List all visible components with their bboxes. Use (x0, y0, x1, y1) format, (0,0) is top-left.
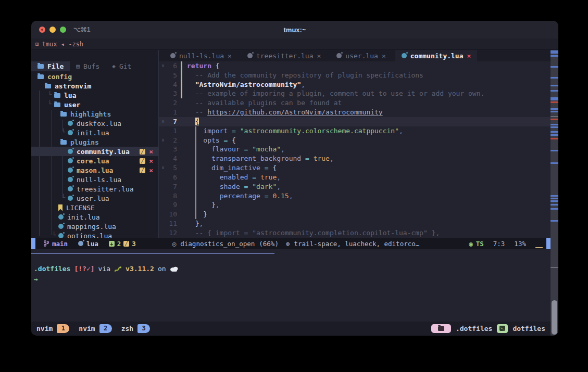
tree-item[interactable]: └user (31, 100, 158, 109)
close-icon[interactable]: × (382, 52, 386, 60)
scroll-mark (551, 101, 558, 103)
close-window-button[interactable] (39, 27, 45, 33)
git-sign (181, 145, 182, 154)
code-segment: = (260, 192, 272, 200)
code-segment: = (240, 183, 252, 190)
code-segment: true (314, 155, 330, 162)
buffer-tab[interactable]: treesitter.lua× (241, 50, 327, 61)
tree-item[interactable]: plugins (31, 137, 158, 147)
code-segment (187, 183, 220, 190)
tree-item[interactable]: core.lua╱× (31, 156, 158, 165)
tree-item[interactable]: community.lua╱× (31, 147, 158, 156)
tree-item[interactable]: └init.lua (31, 128, 158, 137)
line-number: 7 (167, 117, 181, 126)
buffer-tab[interactable]: user.lua× (330, 50, 392, 61)
code-text: -- { import = "astrocommunity.completion… (187, 228, 440, 238)
fold-icon (159, 173, 167, 182)
tab-file-label: File (47, 62, 64, 70)
host-label: dotfiles (512, 325, 545, 332)
close-icon[interactable]: × (317, 52, 321, 60)
scroll-mark (551, 55, 558, 57)
tree-item[interactable]: mappings.lua (31, 222, 158, 231)
code-segment: -- available plugins can be found at (187, 99, 342, 107)
titlebar[interactable]: ⌥⌘1 tmux:~ (31, 21, 558, 39)
lua-icon (68, 186, 73, 191)
tab-file[interactable]: File (31, 61, 70, 71)
fold-icon (159, 210, 167, 219)
minimize-window-button[interactable] (49, 27, 56, 33)
scroll-mark (551, 198, 558, 199)
tmux-windows: nvim1nvim2zsh3 (36, 324, 150, 333)
folder-icon (438, 326, 444, 331)
python-icon (114, 266, 122, 272)
tab-git[interactable]: ◈ Git (106, 61, 137, 71)
code-segment: } (187, 220, 199, 227)
tree-item[interactable]: config (31, 72, 158, 81)
tree-item[interactable]: treesitter.lua (31, 184, 158, 194)
tmux-session-tab[interactable]: ⊞ tmux ◂ -zsh (31, 39, 558, 50)
lua-icon (402, 53, 407, 58)
code-segment: , (277, 183, 281, 190)
code-area[interactable]: ∨6return {5 -- Add the community reposit… (159, 61, 551, 238)
code-segment: "dark" (252, 183, 277, 190)
code-text: import = "astrocommunity.colorscheme.cat… (187, 126, 403, 136)
code-text: -- https://github.com/AstroNvim/astrocom… (187, 108, 383, 117)
tab-bufs[interactable]: ▤ Bufs (70, 61, 106, 71)
git-branch-segment[interactable]: main (44, 240, 68, 248)
tmux-window-1[interactable]: nvim1 (36, 324, 69, 333)
line-number: 2 (167, 136, 181, 145)
zoom-window-button[interactable] (60, 27, 66, 33)
fold-icon[interactable]: ∨ (159, 136, 167, 145)
tmux-window-2[interactable]: nvim2 (79, 324, 111, 333)
code-segment: -- example of imporing a plugin, comment… (187, 89, 484, 97)
fold-icon[interactable]: ∨ (159, 163, 167, 173)
code-line: 11 }, (159, 219, 551, 228)
tree-item[interactable]: LICENSE (31, 203, 158, 212)
fold-icon (159, 98, 167, 108)
close-icon[interactable]: × (149, 148, 153, 156)
fold-icon[interactable]: ∨ (159, 61, 167, 71)
mode-indicator-right (546, 238, 551, 249)
fold-icon[interactable]: ∨ (159, 117, 167, 126)
zsh-pane[interactable]: .dotfiles [!?✓] via v3.11.2 on → (31, 249, 551, 322)
code-segment: { (232, 136, 236, 144)
cmd-cursor: __ (535, 240, 542, 248)
code-segment: , (301, 81, 305, 88)
editor-pane: null-ls.lua×treesitter.lua×user.lua×comm… (159, 50, 551, 238)
scrollbar[interactable] (551, 50, 558, 336)
code-segment: import (203, 127, 228, 135)
window-index-badge: 1 (57, 324, 69, 333)
tree-item[interactable]: highlights (31, 109, 158, 119)
code-segment: enabled (220, 173, 248, 181)
code-text: }, (187, 200, 220, 210)
code-segment: -- { import = "astrocommunity.completion… (187, 229, 440, 237)
code-line: 3 flavour = "mocha", (159, 145, 551, 154)
buffer-tab[interactable]: null-ls.lua× (164, 50, 238, 61)
folder-icon (60, 140, 67, 145)
tree-item[interactable]: mason.lua╱× (31, 165, 158, 175)
code-text: -- Add the community repository of plugi… (187, 71, 423, 80)
tree-item[interactable]: null-ls.lua (31, 175, 158, 184)
buffer-tab-label: treesitter.lua (256, 52, 314, 60)
tree-item[interactable]: └options.lua (31, 231, 158, 238)
tree-item[interactable]: duskfox.lua (31, 119, 158, 128)
git-sign (181, 80, 182, 89)
tree-item[interactable]: └lua (31, 91, 158, 100)
tree-item[interactable]: astronvim (31, 81, 158, 91)
close-icon[interactable]: × (149, 166, 153, 174)
fold-icon (159, 126, 167, 136)
tree-item[interactable]: └user.lua (31, 194, 158, 203)
tree-item[interactable]: init.lua (31, 212, 158, 222)
session-path-badge (431, 324, 451, 333)
tmux-window-3[interactable]: zsh3 (121, 324, 150, 333)
buffer-tab[interactable]: community.lua× (395, 50, 478, 61)
code-line: 1 -- https://github.com/AstroNvim/astroc… (159, 108, 551, 117)
close-icon[interactable]: × (467, 52, 471, 60)
scroll-mark (551, 195, 558, 197)
scroll-mark (551, 200, 558, 202)
tree-item-label: user.lua (77, 195, 109, 202)
folder-icon (60, 112, 67, 117)
close-icon[interactable]: × (228, 52, 232, 60)
scrollbar-thumb[interactable] (552, 300, 557, 335)
close-icon[interactable]: × (149, 157, 153, 165)
